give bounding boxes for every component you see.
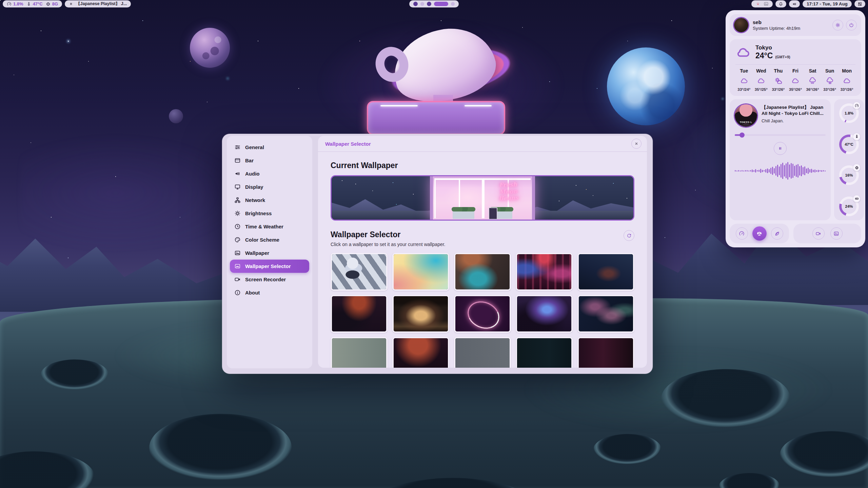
wallpaper-thumb-crimson-grove[interactable]	[392, 337, 449, 368]
bar-stat-chip: 8G	[46, 1, 58, 6]
wallpaper-thumb-eclipse-ring[interactable]	[454, 295, 511, 333]
speaker-icon	[792, 2, 797, 6]
refresh-button[interactable]	[624, 230, 634, 241]
sidebar-item-wallpaper-selector[interactable]: Wallpaper Selector	[230, 260, 309, 273]
sidebar-item-about[interactable]: About	[230, 286, 309, 299]
system-tray[interactable]	[751, 0, 773, 7]
media-progress-slider[interactable]	[735, 133, 826, 138]
wallpaper-thumb-lofi-cafe[interactable]	[392, 295, 449, 333]
weather-timezone: (GMT+9)	[775, 55, 790, 59]
screen-record-button[interactable]	[812, 227, 825, 240]
weather-temp: 24°C	[755, 51, 773, 60]
wallpaper-thumb-pastel-gradient[interactable]	[392, 253, 449, 291]
user-name: seb	[753, 19, 800, 25]
sidebar-item-brightness[interactable]: Brightness	[230, 207, 309, 220]
wallpaper-thumb-dark-teal[interactable]	[516, 337, 573, 368]
current-wallpaper-preview: Fresh Moon Beans	[331, 175, 634, 221]
sidebar-item-time-weather[interactable]: Time & Weather	[230, 220, 309, 233]
dashboard-button[interactable]	[854, 0, 865, 7]
selector-subtitle: Click on a wallpaper to set it as your c…	[331, 242, 446, 247]
stat-ring-gauge: 1.8%	[839, 103, 859, 123]
wallpaper-thumb-neon-arcade[interactable]	[516, 253, 573, 291]
wallpaper-thumb-mesh-wave[interactable]	[577, 295, 634, 333]
blue-planet	[607, 47, 685, 125]
bar-media-pill[interactable]: 【Japanese Playlist】 J...	[65, 0, 131, 7]
preview-stars	[342, 180, 342, 181]
sidebar-item-general[interactable]: General	[230, 141, 309, 154]
small-moon	[169, 109, 183, 123]
settings-window: GeneralBarAudioDisplayNetworkBrightnessT…	[222, 134, 653, 374]
media-title: 【Japanese Playlist】 Japan All Night - To…	[762, 104, 826, 117]
system-stats-pill[interactable]: 1.8%47°C8G	[3, 0, 62, 7]
sidebar-item-audio[interactable]: Audio	[230, 167, 309, 180]
wallpaper-thumb-blur-abstract[interactable]	[454, 253, 511, 291]
album-art: TOKYO L	[735, 104, 757, 127]
sidebar-item-network[interactable]: Network	[230, 194, 309, 207]
sidebar-item-wallpaper[interactable]: Wallpaper	[230, 246, 309, 260]
preview-cafe-storefront: Fresh Moon Beans	[430, 176, 535, 221]
cloud-icon	[735, 45, 751, 60]
wallpaper-thumb-nebula-forest[interactable]	[516, 295, 573, 333]
volume-button[interactable]	[789, 0, 800, 7]
workspace-dot-2[interactable]	[420, 2, 424, 6]
preview-planter	[453, 211, 474, 219]
starfield	[68, 41, 69, 42]
media-artist: Chill Japan.	[762, 119, 826, 123]
workspace-dot-5[interactable]	[451, 2, 455, 6]
pause-icon	[69, 2, 73, 6]
wallpaper-thumb-grey-landscape[interactable]	[454, 337, 511, 368]
bell-icon	[778, 2, 783, 6]
sidebar-item-bar[interactable]: Bar	[230, 154, 309, 167]
slider-knob[interactable]	[739, 133, 745, 138]
window-header: Wallpaper Selector	[318, 136, 647, 152]
gauge-icon	[853, 102, 860, 109]
bar-media-label: 【Japanese Playlist】 J...	[76, 1, 127, 7]
mode-power-saver-button[interactable]	[771, 227, 783, 240]
clock-text: 17:17 - Tue, 19 Aug	[807, 1, 848, 6]
preview-menu-board	[489, 207, 497, 220]
wallpaper-thumb-ember-forest[interactable]	[331, 295, 388, 333]
wallpaper-thumb-anime-crosswalk[interactable]	[331, 253, 388, 291]
close-button[interactable]	[631, 139, 642, 149]
purple-planet	[190, 28, 230, 68]
preview-neon-sign: Fresh Moon Beans	[492, 181, 525, 202]
screenshot-tray-icon[interactable]	[764, 1, 769, 6]
sidebar-item-screen-recorder[interactable]: Screen Recorder	[230, 273, 309, 286]
forecast-day-tue: Tue 33°/24°	[735, 68, 753, 92]
workspace-dot-3[interactable]	[427, 2, 431, 6]
wallpaper-button[interactable]	[830, 227, 843, 240]
stat-ring-thermo: 47°C	[839, 135, 859, 154]
wallpaper-thumb-sage-field[interactable]	[331, 337, 388, 368]
workspace-dot-4[interactable]	[434, 2, 448, 6]
power-button[interactable]	[846, 20, 857, 30]
paw-tray-icon[interactable]	[755, 1, 761, 6]
mode-performance-button[interactable]	[736, 227, 748, 240]
power-mode-group	[730, 224, 789, 243]
top-bar: 1.8%47°C8G 【Japanese Playlist】 J... 17:1…	[0, 0, 868, 8]
forecast-day-sun: Sun 33°/26°	[821, 68, 839, 92]
user-card: seb System Uptime: 4h19m	[730, 14, 861, 36]
wallpaper-thumb-night-ruins[interactable]	[577, 253, 634, 291]
thermo-icon	[853, 133, 860, 140]
mode-balanced-button[interactable]	[752, 226, 767, 241]
close-icon	[634, 142, 638, 146]
settings-button[interactable]	[832, 20, 843, 30]
sidebar-item-display[interactable]: Display	[230, 180, 309, 194]
forecast-day-fri: Fri 35°/26°	[787, 68, 804, 92]
user-avatar	[734, 18, 748, 32]
weather-city: Tokyo	[755, 44, 790, 51]
forecast-day-wed: Wed 35°/25°	[753, 68, 770, 92]
workspace-indicator[interactable]	[409, 0, 459, 7]
clock-pill[interactable]: 17:17 - Tue, 19 Aug	[803, 0, 852, 7]
stat-ring-drive: 24%	[839, 197, 859, 216]
sidebar-item-color-scheme[interactable]: Color Scheme	[230, 233, 309, 246]
app-grid-icon	[857, 2, 862, 6]
play-pause-button[interactable]	[774, 142, 787, 155]
drive-icon	[853, 195, 860, 202]
selector-heading: Wallpaper Selector	[331, 230, 446, 239]
shortcuts-group	[793, 224, 861, 243]
notifications-button[interactable]	[775, 0, 786, 7]
bar-stat-thermo: 47°C	[26, 1, 43, 6]
wallpaper-thumb-plum-haze[interactable]	[577, 337, 634, 368]
workspace-dot-1[interactable]	[413, 2, 418, 6]
